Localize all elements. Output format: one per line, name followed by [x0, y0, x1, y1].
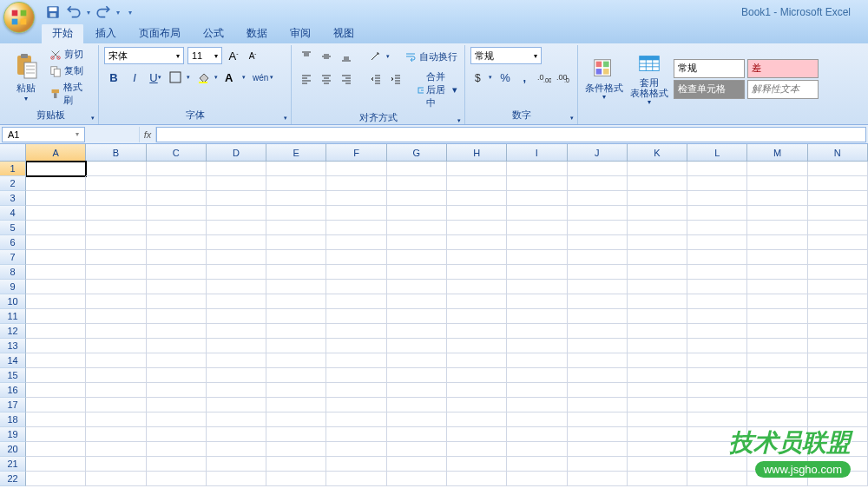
cell[interactable] — [326, 235, 386, 250]
column-header[interactable]: H — [447, 144, 507, 162]
cell[interactable] — [628, 472, 687, 486]
cell[interactable] — [507, 221, 567, 235]
cell[interactable] — [687, 324, 747, 339]
cell[interactable] — [207, 339, 266, 353]
row-header[interactable]: 2 — [0, 176, 26, 191]
cell[interactable] — [687, 162, 747, 176]
cell[interactable] — [86, 265, 146, 280]
cell[interactable] — [447, 368, 507, 383]
align-left-button[interactable] — [297, 69, 316, 89]
save-button[interactable] — [45, 4, 61, 20]
cell[interactable] — [26, 235, 86, 250]
row-header[interactable]: 21 — [0, 457, 26, 472]
align-top-button[interactable] — [297, 47, 316, 66]
cell[interactable] — [86, 250, 146, 265]
cell[interactable] — [747, 265, 807, 280]
number-format-select[interactable]: 常规▾ — [470, 47, 542, 64]
cell[interactable] — [687, 309, 747, 324]
cell[interactable] — [628, 206, 687, 221]
merge-center-button[interactable]: 合并后居中▾ — [416, 69, 459, 110]
column-header[interactable]: L — [687, 144, 747, 162]
font-color-button[interactable]: A▾ — [222, 68, 248, 87]
cell[interactable] — [568, 206, 628, 221]
cell[interactable] — [387, 176, 447, 191]
cell[interactable] — [507, 339, 567, 353]
cell[interactable] — [507, 427, 567, 442]
cell[interactable] — [387, 353, 447, 368]
tab-view[interactable]: 视图 — [323, 23, 365, 43]
select-all-corner[interactable] — [0, 144, 26, 162]
font-name-select[interactable]: 宋体▾ — [104, 47, 184, 64]
cell[interactable] — [628, 412, 687, 427]
cell[interactable] — [568, 368, 628, 383]
cell[interactable] — [808, 162, 868, 176]
cell[interactable] — [207, 383, 266, 398]
cell[interactable] — [266, 294, 326, 309]
cell[interactable] — [326, 442, 386, 457]
cell[interactable] — [266, 442, 326, 457]
cell[interactable] — [507, 294, 567, 309]
cell[interactable] — [447, 398, 507, 412]
row-header[interactable]: 20 — [0, 442, 26, 457]
tab-home[interactable]: 开始 — [42, 23, 83, 43]
cell[interactable] — [808, 191, 868, 206]
cell[interactable] — [628, 368, 687, 383]
undo-button[interactable] — [66, 4, 82, 20]
row-header[interactable]: 14 — [0, 353, 26, 368]
cell[interactable] — [747, 206, 807, 221]
wrap-text-button[interactable]: 自动换行 — [403, 47, 459, 66]
format-as-table-button[interactable]: 套用 表格格式▾ — [628, 51, 670, 106]
office-button[interactable] — [3, 2, 35, 33]
column-header[interactable]: E — [266, 144, 326, 162]
cell[interactable] — [86, 383, 146, 398]
cell[interactable] — [266, 383, 326, 398]
cell[interactable] — [86, 235, 146, 250]
cell[interactable] — [568, 353, 628, 368]
cell[interactable] — [266, 457, 326, 472]
column-header[interactable]: F — [326, 144, 386, 162]
cell[interactable] — [326, 206, 386, 221]
cell[interactable] — [326, 427, 386, 442]
cell[interactable] — [147, 235, 207, 250]
cell[interactable] — [207, 206, 266, 221]
cell[interactable] — [747, 383, 807, 398]
cell-style-check[interactable]: 检查单元格 — [674, 80, 745, 99]
cell[interactable] — [86, 412, 146, 427]
row-header[interactable]: 19 — [0, 427, 26, 442]
cell[interactable] — [387, 250, 447, 265]
cell[interactable] — [447, 383, 507, 398]
cell[interactable] — [628, 191, 687, 206]
cell[interactable] — [447, 250, 507, 265]
cell[interactable] — [808, 235, 868, 250]
row-header[interactable]: 16 — [0, 383, 26, 398]
conditional-format-button[interactable]: 条件格式▾ — [583, 56, 625, 101]
align-middle-button[interactable] — [317, 47, 336, 66]
cell[interactable] — [266, 250, 326, 265]
cell[interactable] — [568, 339, 628, 353]
cell[interactable] — [326, 294, 386, 309]
row-header[interactable]: 9 — [0, 280, 26, 294]
cell[interactable] — [628, 280, 687, 294]
cell[interactable] — [326, 324, 386, 339]
cell[interactable] — [326, 280, 386, 294]
redo-button[interactable] — [95, 4, 111, 20]
border-button[interactable]: ▾ — [167, 68, 193, 87]
column-header[interactable]: A — [26, 144, 86, 162]
cell[interactable] — [387, 280, 447, 294]
name-box[interactable]: A1▾ — [2, 127, 85, 142]
align-right-button[interactable] — [337, 69, 356, 89]
cell[interactable] — [86, 442, 146, 457]
cell-style-bad[interactable]: 差 — [747, 59, 819, 78]
phonetic-button[interactable]: wén▾ — [250, 68, 276, 87]
cell[interactable] — [747, 162, 807, 176]
cell[interactable] — [687, 221, 747, 235]
cell[interactable] — [207, 162, 266, 176]
cell[interactable] — [86, 368, 146, 383]
cell[interactable] — [628, 383, 687, 398]
cell[interactable] — [387, 339, 447, 353]
cell[interactable] — [507, 162, 567, 176]
cell[interactable] — [207, 472, 266, 486]
decrease-indent-button[interactable] — [366, 69, 385, 89]
cell[interactable] — [628, 427, 687, 442]
cell[interactable] — [147, 457, 207, 472]
